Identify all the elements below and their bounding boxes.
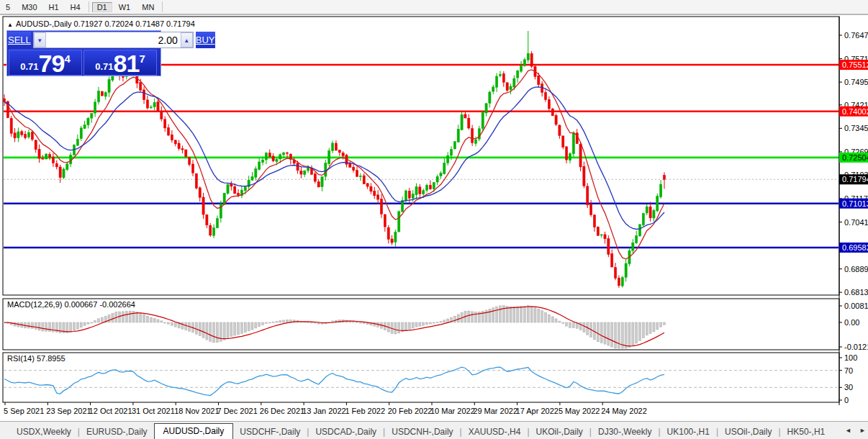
macd-bar [646, 322, 648, 335]
price-level-badge-text: 0.74002 [842, 107, 868, 116]
candle-body [140, 83, 142, 90]
buy-button[interactable]: BUY [196, 32, 215, 48]
macd-bar [600, 322, 602, 343]
candle-body [538, 76, 540, 85]
timeframe-button-d1[interactable]: D1 [92, 2, 112, 12]
candle-body [440, 173, 442, 176]
macd-bar [132, 311, 135, 322]
candle-body [321, 177, 323, 187]
macd-bar [150, 317, 152, 322]
macd-bar [164, 322, 166, 323]
macd-axis-label: 0.008197 [844, 302, 868, 310]
chart-tab-usdcnh-daily[interactable]: USDCNH-,Daily [385, 425, 459, 439]
chart-tab-usdcad-daily[interactable]: USDCAD-,Daily [309, 425, 383, 439]
volume-input[interactable] [46, 32, 181, 47]
collapse-triangle-icon[interactable]: ▲ [7, 22, 13, 28]
chart-tab-ukoil-daily[interactable]: UKOil-,Daily [530, 425, 589, 439]
chart-symbol-label: AUDUSD-,Daily [16, 19, 72, 28]
macd-bar [374, 322, 376, 326]
candle-body [286, 153, 288, 153]
candle-body [171, 135, 173, 140]
chart-tab-usdx-weekly[interactable]: USDX,Weekly [10, 425, 78, 439]
price-axis-label: 0.73450 [844, 124, 868, 132]
candle-body [216, 219, 218, 228]
price-axis-label: 0.68130 [844, 288, 868, 297]
timeframe-button-5[interactable]: 5 [1, 2, 15, 12]
macd-bar [653, 322, 655, 332]
timeframe-button-h4[interactable]: H4 [65, 2, 86, 12]
price-axis-label: 0.68890 [844, 265, 868, 273]
macd-bar [604, 322, 606, 344]
macd-bar [276, 322, 278, 322]
candle-body [314, 174, 316, 181]
chart-tab-usoil-daily[interactable]: USOil-,Daily [718, 425, 778, 439]
macd-bar [429, 322, 431, 324]
macd-bar [199, 322, 201, 336]
candle-body [663, 176, 665, 180]
macd-bar [216, 322, 218, 343]
macd-bar [73, 322, 76, 330]
macd-bar [213, 322, 215, 343]
candle-body [649, 207, 651, 217]
macd-bar [496, 307, 498, 322]
chart-tab-hk50-h1[interactable]: HK50-,H1 [781, 425, 832, 439]
macd-bar [42, 322, 44, 331]
macd-bar [636, 322, 638, 343]
date-label: 24 May 2022 [601, 407, 647, 415]
candle-body [523, 60, 525, 66]
candle-body [374, 191, 376, 196]
candle-body [48, 154, 50, 157]
chart-tab-dj30-weekly[interactable]: DJ30-,Weekly [592, 425, 658, 439]
timeframe-button-w1[interactable]: W1 [114, 2, 136, 12]
macd-bar [440, 322, 442, 322]
buy-price-display[interactable]: 0.71 81 7 [83, 50, 157, 76]
candle-body [482, 112, 484, 128]
sell-price-display[interactable]: 0.71 79 4 [9, 50, 82, 76]
date-label: 10 Mar 2022 [430, 407, 475, 415]
chart-tab-uk100-h1[interactable]: UK100-,H1 [661, 425, 716, 439]
timeframe-button-h1[interactable]: H1 [44, 2, 64, 12]
candle-body [227, 184, 229, 193]
candle-body [520, 65, 522, 71]
macd-bar [664, 322, 666, 325]
macd-bar [76, 322, 78, 329]
macd-bar [83, 322, 86, 326]
candle-body [38, 149, 40, 158]
chart-tab-usdchf-daily[interactable]: USDCHF-,Daily [233, 425, 307, 439]
timeframe-button-m30[interactable]: M30 [17, 2, 42, 12]
candle-body [230, 184, 232, 186]
tab-scroll-right-button[interactable]: ► [859, 427, 866, 434]
candle-body [384, 214, 386, 227]
chart-tab-eurusd-daily[interactable]: EURUSD-,Daily [80, 425, 154, 439]
candle-body [195, 173, 197, 188]
price-level-badge-text: 0.71013 [842, 199, 868, 208]
candle-body [370, 186, 372, 191]
candle-body [161, 111, 163, 119]
candle-body [510, 86, 512, 90]
macd-bar [27, 322, 30, 328]
candle-body [108, 79, 110, 92]
candle-body [297, 163, 299, 171]
chart-tab-audusd-daily[interactable]: AUDUSD-,Daily [154, 423, 234, 439]
macd-bar [94, 321, 96, 322]
candle-body [87, 118, 89, 125]
candle-body [359, 176, 361, 177]
macd-bar [419, 322, 421, 326]
chart-tab-xauusd-h4[interactable]: XAUUSD-,H4 [462, 425, 528, 439]
macd-bar [436, 322, 438, 323]
volume-decrease-button[interactable]: ▼ [34, 32, 46, 47]
candle-body [597, 227, 599, 236]
candle-body [304, 171, 306, 175]
candle-body [625, 263, 627, 277]
volume-increase-button[interactable]: ▲ [181, 32, 193, 47]
macd-bar [607, 322, 610, 345]
tab-scroll-left-button[interactable]: ◄ [845, 427, 851, 434]
sell-button[interactable]: SELL [8, 32, 31, 48]
candle-body [642, 214, 644, 225]
timeframe-button-mn[interactable]: MN [137, 2, 159, 12]
candle-body [502, 73, 505, 82]
rsi-axis-label: 100 [844, 353, 857, 362]
candle-body [3, 99, 5, 101]
timeframe-toolbar: 5M30H1H4D1W1MN [0, 0, 868, 15]
candle-body [349, 163, 351, 167]
